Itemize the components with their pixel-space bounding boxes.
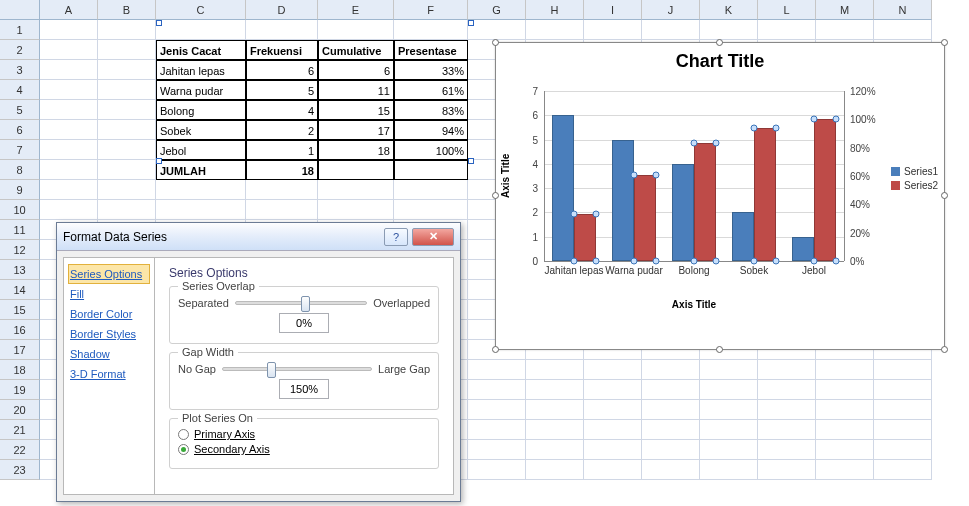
col-header-D[interactable]: D	[246, 0, 318, 20]
cell-K23[interactable]	[700, 460, 758, 480]
cell-H22[interactable]	[526, 440, 584, 460]
cell-C8[interactable]: JUMLAH	[156, 160, 246, 180]
series-selection-handle[interactable]	[751, 258, 758, 265]
cell-C3[interactable]: Jahitan lepas	[156, 60, 246, 80]
cell-E8[interactable]	[318, 160, 394, 180]
bar-series1[interactable]	[732, 212, 754, 261]
cell-F10[interactable]	[394, 200, 468, 220]
cell-E7[interactable]: 18	[318, 140, 394, 160]
cell-F6[interactable]: 94%	[394, 120, 468, 140]
secondary-axis-radio[interactable]: Secondary Axis	[178, 443, 430, 455]
cell-A2[interactable]	[40, 40, 98, 60]
cell-F3[interactable]: 33%	[394, 60, 468, 80]
chart[interactable]: Chart Title Axis Title 01234567 0%20%40%…	[495, 42, 945, 350]
row-header-16[interactable]: 16	[0, 320, 40, 340]
series-selection-handle[interactable]	[773, 258, 780, 265]
cell-B4[interactable]	[98, 80, 156, 100]
col-header-G[interactable]: G	[468, 0, 526, 20]
row-header-1[interactable]: 1	[0, 20, 40, 40]
cell-B3[interactable]	[98, 60, 156, 80]
col-header-M[interactable]: M	[816, 0, 874, 20]
secondary-y-axis[interactable]: 0%20%40%60%80%100%120%	[848, 91, 888, 261]
x-category-label[interactable]: Jebol	[784, 265, 844, 277]
cell-J18[interactable]	[642, 360, 700, 380]
row-header-7[interactable]: 7	[0, 140, 40, 160]
cell-M18[interactable]	[816, 360, 874, 380]
series-selection-handle[interactable]	[691, 258, 698, 265]
nav-item-series-options[interactable]: Series Options	[68, 264, 150, 284]
cell-D7[interactable]: 1	[246, 140, 318, 160]
cell-K1[interactable]	[700, 20, 758, 40]
cell-D10[interactable]	[246, 200, 318, 220]
col-header-L[interactable]: L	[758, 0, 816, 20]
row-header-15[interactable]: 15	[0, 300, 40, 320]
cell-M21[interactable]	[816, 420, 874, 440]
cell-B10[interactable]	[98, 200, 156, 220]
cell-E5[interactable]: 15	[318, 100, 394, 120]
legend-item[interactable]: Series2	[891, 180, 938, 191]
col-header-I[interactable]: I	[584, 0, 642, 20]
cell-F4[interactable]: 61%	[394, 80, 468, 100]
row-header-8[interactable]: 8	[0, 160, 40, 180]
cell-C1[interactable]	[156, 20, 246, 40]
cell-A6[interactable]	[40, 120, 98, 140]
col-header-J[interactable]: J	[642, 0, 700, 20]
cell-I19[interactable]	[584, 380, 642, 400]
x-category-label[interactable]: Bolong	[664, 265, 724, 277]
cell-D2[interactable]: Frekuensi	[246, 40, 318, 60]
primary-y-axis[interactable]: 01234567	[506, 91, 540, 261]
primary-axis-radio[interactable]: Primary Axis	[178, 428, 430, 440]
row-header-3[interactable]: 3	[0, 60, 40, 80]
legend-item[interactable]: Series1	[891, 166, 938, 177]
cell-A4[interactable]	[40, 80, 98, 100]
row-header-17[interactable]: 17	[0, 340, 40, 360]
series-selection-handle[interactable]	[811, 258, 818, 265]
row-header-6[interactable]: 6	[0, 120, 40, 140]
cell-H1[interactable]	[526, 20, 584, 40]
cell-G20[interactable]	[468, 400, 526, 420]
series-selection-handle[interactable]	[571, 211, 578, 218]
select-all-corner[interactable]	[0, 0, 40, 20]
series-selection-handle[interactable]	[631, 171, 638, 178]
cell-K19[interactable]	[700, 380, 758, 400]
cell-N18[interactable]	[874, 360, 932, 380]
selection-handle[interactable]	[468, 20, 474, 26]
chart-title[interactable]: Chart Title	[496, 43, 944, 76]
col-header-F[interactable]: F	[394, 0, 468, 20]
bar-series1[interactable]	[672, 164, 694, 261]
cell-A8[interactable]	[40, 160, 98, 180]
cell-G18[interactable]	[468, 360, 526, 380]
cell-N1[interactable]	[874, 20, 932, 40]
cell-I1[interactable]	[584, 20, 642, 40]
cell-E10[interactable]	[318, 200, 394, 220]
cell-J20[interactable]	[642, 400, 700, 420]
cell-G22[interactable]	[468, 440, 526, 460]
cell-K21[interactable]	[700, 420, 758, 440]
gap-thumb[interactable]	[267, 362, 276, 378]
col-header-A[interactable]: A	[40, 0, 98, 20]
cell-F1[interactable]	[394, 20, 468, 40]
cell-I22[interactable]	[584, 440, 642, 460]
cell-A7[interactable]	[40, 140, 98, 160]
series-selection-handle[interactable]	[751, 124, 758, 131]
row-header-2[interactable]: 2	[0, 40, 40, 60]
series-selection-handle[interactable]	[593, 211, 600, 218]
nav-item-border-styles[interactable]: Border Styles	[68, 324, 150, 344]
cell-C7[interactable]: Jebol	[156, 140, 246, 160]
cell-I20[interactable]	[584, 400, 642, 420]
cell-F5[interactable]: 83%	[394, 100, 468, 120]
cell-K18[interactable]	[700, 360, 758, 380]
row-header-14[interactable]: 14	[0, 280, 40, 300]
bar-series1[interactable]	[792, 237, 814, 261]
cell-I18[interactable]	[584, 360, 642, 380]
gap-slider[interactable]	[222, 367, 372, 371]
cell-F2[interactable]: Presentase	[394, 40, 468, 60]
cell-L23[interactable]	[758, 460, 816, 480]
cell-F7[interactable]: 100%	[394, 140, 468, 160]
cell-M1[interactable]	[816, 20, 874, 40]
series-selection-handle[interactable]	[631, 258, 638, 265]
cell-B1[interactable]	[98, 20, 156, 40]
cell-B8[interactable]	[98, 160, 156, 180]
cell-H19[interactable]	[526, 380, 584, 400]
cell-C6[interactable]: Sobek	[156, 120, 246, 140]
